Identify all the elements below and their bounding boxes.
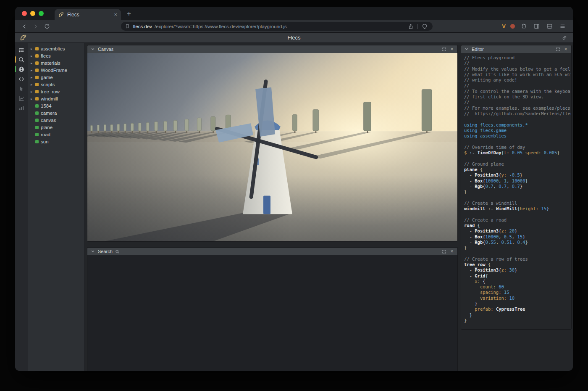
code-line[interactable]: x: { (464, 279, 571, 284)
3d-scene[interactable] (87, 53, 457, 241)
bookmark-icon[interactable] (125, 22, 131, 31)
code-line[interactable]: // Modify the values below to get a feel… (464, 66, 571, 72)
code-line[interactable]: // Create a road (464, 217, 571, 223)
tree-item-flecs[interactable]: ▸flecs (28, 52, 84, 59)
shield-icon[interactable] (420, 22, 429, 31)
tree-item-canvas[interactable]: canvas (28, 116, 84, 124)
menu-icon[interactable] (559, 22, 567, 31)
expand-chevron-icon[interactable]: ▸ (31, 61, 35, 65)
back-icon[interactable] (20, 22, 29, 31)
chart-icon[interactable] (18, 95, 25, 102)
inspector-cursor-icon[interactable] (18, 85, 25, 92)
code-line[interactable]: spacing: 15 (464, 290, 571, 295)
tree-item-assemblies[interactable]: ▸assemblies (28, 45, 84, 52)
tree-item-tree_row[interactable]: ▸tree_row (28, 88, 84, 95)
zoom-window-button[interactable] (39, 11, 44, 16)
code-line[interactable]: variation: 10 (464, 296, 571, 301)
extension-v-icon[interactable]: V (502, 23, 506, 29)
share-link-icon[interactable] (560, 34, 569, 42)
close-panel-icon[interactable]: × (449, 248, 455, 254)
expand-panel-icon[interactable] (441, 46, 447, 52)
scene-globe-icon[interactable] (18, 66, 25, 73)
code-line[interactable]: using assemblies (464, 133, 571, 139)
code-line[interactable]: - Box{10000, 0.5, 15} (464, 234, 571, 240)
flecs-logo-icon[interactable] (19, 34, 28, 42)
search-panel-header[interactable]: Search × (87, 248, 457, 255)
expand-panel-icon[interactable] (555, 46, 561, 52)
code-line[interactable]: $ :- TimeOfDay{t: 0.05 speed: 0.005} (464, 150, 571, 156)
code-line[interactable]: - Grid{ (464, 273, 571, 279)
code-line[interactable]: - Position3{z: 30} (464, 267, 571, 273)
close-panel-icon[interactable]: × (449, 46, 455, 52)
code-line[interactable]: // Create a row of trees (464, 256, 571, 262)
tree-item-sun[interactable]: sun (28, 138, 84, 145)
canvas-3d-view[interactable] (87, 53, 457, 241)
code-line[interactable]: // Override time of day (464, 145, 571, 150)
code-line[interactable]: } (464, 189, 571, 195)
expand-panel-icon[interactable] (441, 248, 447, 254)
expand-chevron-icon[interactable]: ▸ (31, 90, 35, 94)
tree-item-1584[interactable]: 1584 (28, 102, 84, 109)
code-line[interactable]: // To control the camera with the keyboa… (464, 89, 571, 94)
sidebar-toggle-icon[interactable] (533, 22, 541, 31)
code-line[interactable]: - Rgb{0.7, 0.7, 0.7} (464, 184, 571, 189)
code-line[interactable]: - Position3{z: 20} (464, 228, 571, 234)
code-line[interactable]: using flecs.game (464, 128, 571, 133)
code-line[interactable]: // what it's like to work with an ECS wi… (464, 72, 571, 77)
code-line[interactable]: } (464, 301, 571, 306)
code-line[interactable] (464, 116, 571, 122)
expand-chevron-icon[interactable]: ▸ (31, 97, 35, 101)
code-line[interactable]: - Rgb{0.55, 0.51, 0.4} (464, 240, 571, 245)
code-line[interactable]: // Create a windmill (464, 201, 571, 206)
editor-panel-header[interactable]: Editor × (461, 45, 571, 53)
tree-item-WoodFrame[interactable]: ▸WoodFrame (28, 66, 84, 74)
extensions-puzzle-icon[interactable] (520, 22, 528, 31)
outliner-icon[interactable] (18, 46, 25, 53)
close-panel-icon[interactable]: × (563, 46, 569, 52)
share-icon[interactable] (407, 22, 415, 31)
code-line[interactable]: plane { (464, 167, 571, 172)
code-line[interactable]: // (464, 100, 571, 105)
minimize-window-button[interactable] (30, 11, 35, 16)
code-line[interactable]: } (464, 245, 571, 251)
expand-chevron-icon[interactable]: ▸ (31, 54, 35, 58)
code-editor[interactable]: // Flecs playground//// Modify the value… (461, 53, 571, 329)
code-line[interactable]: // For more examples, see examples/plecs… (464, 106, 571, 111)
canvas-panel-header[interactable]: Canvas × (87, 45, 457, 53)
forward-icon[interactable] (32, 22, 40, 31)
code-line[interactable]: tree_row { (464, 262, 571, 267)
expand-chevron-icon[interactable]: ▸ (31, 47, 35, 51)
expand-chevron-icon[interactable]: ▸ (31, 82, 35, 87)
code-line[interactable] (464, 195, 571, 200)
tree-item-plane[interactable]: plane (28, 124, 84, 131)
code-line[interactable]: // https://github.com/SanderMertens/flec… (464, 111, 571, 116)
code-line[interactable]: prefab: CypressTree (464, 306, 571, 312)
new-tab-button[interactable]: + (127, 10, 131, 17)
tree-item-road[interactable]: road (28, 131, 84, 138)
code-line[interactable] (464, 156, 571, 161)
downloads-tray-icon[interactable] (546, 22, 554, 31)
tab-close-icon[interactable]: × (114, 12, 117, 17)
stats-icon[interactable] (18, 104, 25, 111)
code-line[interactable]: } (464, 318, 571, 323)
tree-item-game[interactable]: ▸game (28, 74, 84, 81)
code-line[interactable] (464, 139, 571, 144)
code-icon[interactable] (18, 75, 25, 82)
tree-item-materials[interactable]: ▸materials (28, 59, 84, 66)
code-line[interactable] (464, 251, 571, 256)
tree-item-scripts[interactable]: ▸scripts (28, 81, 84, 88)
url-bar[interactable]: flecs.dev/explorer/?wasm=https://www.fle… (121, 22, 433, 31)
expand-chevron-icon[interactable]: ▸ (31, 68, 35, 72)
search-icon[interactable] (18, 56, 25, 63)
code-line[interactable]: - Box{10000, 1, 10000} (464, 178, 571, 184)
code-line[interactable]: road { (464, 223, 571, 228)
code-line[interactable] (464, 211, 571, 217)
tree-item-camera[interactable]: camera (28, 109, 84, 116)
expand-chevron-icon[interactable]: ▸ (31, 75, 35, 79)
code-line[interactable]: // Ground plane (464, 161, 571, 167)
search-results-area[interactable] (87, 255, 457, 371)
reload-icon[interactable] (43, 22, 51, 31)
chevron-down-icon[interactable] (90, 46, 96, 52)
tree-item-windmill[interactable]: ▸windmill (28, 95, 84, 102)
chevron-down-icon[interactable] (90, 248, 96, 254)
